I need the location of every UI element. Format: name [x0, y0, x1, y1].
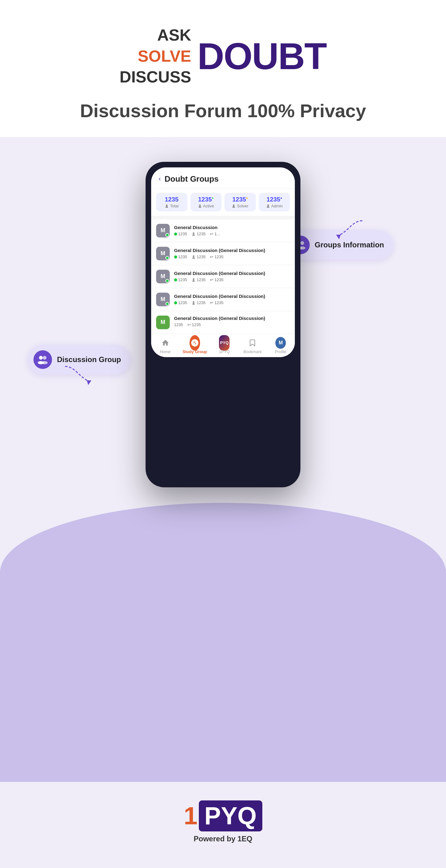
- group-stat-members: 1235: [174, 277, 187, 282]
- group-name: General Discussion (General Discussion): [174, 293, 290, 299]
- stat-active[interactable]: 1235 Active: [191, 193, 222, 211]
- group-name: General Discussion (General Discussion): [174, 248, 290, 253]
- main-content: Groups Information Discussion Group: [0, 137, 446, 782]
- list-item[interactable]: M General Discussion (General Discussion…: [151, 288, 295, 311]
- nav-pyq[interactable]: PYQ 1PYQ: [213, 338, 235, 354]
- group-stat-members: 1235: [174, 300, 187, 305]
- phone-screen: ‹ Doubt Groups 1235 Total 1235: [151, 167, 295, 357]
- stat-admin-number: 1235: [262, 196, 288, 203]
- group-stat-users: 1235: [192, 231, 206, 236]
- profile-icon: M: [275, 338, 286, 348]
- logo-number: 1: [184, 802, 198, 830]
- stat-admin-label: Admin: [262, 204, 288, 208]
- group-avatar: M: [156, 316, 170, 329]
- list-item[interactable]: M General Discussion 1235: [151, 219, 295, 242]
- home-icon: [160, 338, 171, 348]
- group-stat-replies: ↩ 1235: [210, 277, 224, 282]
- online-dot: [165, 233, 169, 237]
- green-circle-icon: [174, 301, 177, 304]
- nav-profile-label: Profile: [275, 349, 286, 354]
- svg-marker-9: [87, 380, 91, 385]
- group-avatar: M: [156, 247, 170, 260]
- group-info: General Discussion (General Discussion) …: [174, 316, 290, 327]
- discussion-group-label: Discussion Group: [57, 355, 121, 364]
- green-circle-icon: [174, 255, 177, 258]
- arrow-left-decoration: [59, 363, 96, 388]
- stat-active-number: 1235: [193, 196, 219, 203]
- group-stats: 1235 1235 ↩ 1235: [174, 300, 290, 305]
- powered-label: Powered by: [194, 835, 235, 843]
- nav-bookmark[interactable]: Bookmark: [242, 338, 263, 354]
- group-stat-replies: ↩ 1235: [210, 254, 224, 259]
- phone-mockup: Groups Information Discussion Group: [145, 162, 301, 487]
- group-stat-members: 1235: [174, 254, 187, 259]
- group-name: General Discussion (General Discussion): [174, 271, 290, 276]
- svg-point-1: [301, 241, 304, 245]
- group-stats: 1235 1235 ↩ 1235: [174, 254, 290, 259]
- footer: 1 PYQ Powered by 1EQ: [0, 782, 446, 868]
- group-stat-users: 1235: [192, 254, 206, 259]
- nav-home[interactable]: Home: [155, 338, 176, 354]
- tagline-doubt: DOUBT: [197, 37, 327, 75]
- green-circle-icon: [174, 278, 177, 281]
- svg-point-6: [43, 356, 46, 360]
- group-info: General Discussion (General Discussion) …: [174, 293, 290, 305]
- stat-solver[interactable]: 1235 Solver: [225, 193, 256, 211]
- group-info: General Discussion (General Discussion) …: [174, 271, 290, 282]
- online-dot: [165, 302, 169, 306]
- discussion-group-icon: [33, 350, 52, 369]
- online-dot: [165, 279, 169, 283]
- nav-pyq-label: 1PYQ: [219, 349, 230, 354]
- group-stats: 1235 ↩ 1235: [174, 322, 290, 327]
- list-item[interactable]: M General Discussion (General Discussion…: [151, 266, 295, 288]
- screen-title: Doubt Groups: [165, 174, 219, 184]
- nav-study-group-label: Study Group: [183, 349, 207, 354]
- pyq-icon: PYQ: [219, 338, 230, 348]
- powered-by: Powered by 1EQ: [194, 835, 252, 843]
- group-info: General Discussion (General Discussion) …: [174, 248, 290, 259]
- logo-1pyq: 1 PYQ: [184, 800, 262, 831]
- header-section: ASK SOLVE DISCUSS DOUBT Discussion Forum…: [0, 0, 446, 137]
- group-avatar: M: [156, 292, 170, 306]
- group-name: General Discussion: [174, 225, 290, 230]
- stat-solver-label: Solver: [227, 204, 253, 208]
- group-avatar: M: [156, 224, 170, 238]
- svg-point-5: [39, 356, 43, 360]
- group-stat-replies: ↩ 1235: [187, 322, 201, 327]
- powered-brand: 1EQ: [238, 835, 252, 843]
- list-item[interactable]: M General Discussion (General Discussion…: [151, 311, 295, 334]
- nav-study-group[interactable]: Study Group: [183, 338, 207, 354]
- stat-total[interactable]: 1235 Total: [156, 193, 187, 211]
- group-stat-users: 1235: [192, 277, 206, 282]
- bookmark-icon: [247, 338, 258, 348]
- list-item[interactable]: M General Discussion (General Discussion…: [151, 242, 295, 265]
- svg-point-8: [41, 361, 48, 364]
- stats-row: 1235 Total 1235 Active: [151, 188, 295, 216]
- bottom-navigation: Home Study Group PYQ: [151, 334, 295, 357]
- logo-pyq-text: PYQ: [199, 800, 262, 831]
- green-circle-icon: [174, 232, 177, 236]
- group-stat-replies: ↩ 1235: [210, 300, 224, 305]
- groups-list: M General Discussion 1235: [151, 219, 295, 334]
- nav-profile[interactable]: M Profile: [270, 338, 291, 354]
- svg-marker-4: [336, 235, 341, 239]
- stat-admin[interactable]: 1235 Admin: [259, 193, 290, 211]
- stat-active-label: Active: [193, 204, 219, 208]
- group-avatar: M: [156, 270, 170, 283]
- group-stat-members: 1235: [174, 231, 187, 236]
- group-stat-users: 1235: [192, 300, 206, 305]
- tagline-block: ASK SOLVE DISCUSS DOUBT: [119, 25, 327, 88]
- nav-home-label: Home: [160, 349, 171, 354]
- study-group-icon: [190, 338, 200, 348]
- back-button[interactable]: ‹: [159, 175, 161, 183]
- phone-device: ‹ Doubt Groups 1235 Total 1235: [145, 162, 301, 487]
- group-stat-replies: ↩ 1...: [210, 231, 220, 236]
- tagline-discuss: DISCUSS: [119, 67, 191, 88]
- nav-bookmark-label: Bookmark: [243, 349, 262, 354]
- arrow-right-decoration: [332, 218, 369, 242]
- stat-solver-number: 1235: [227, 196, 253, 203]
- stat-total-label: Total: [159, 204, 185, 208]
- tagline-ask: ASK: [119, 25, 191, 46]
- phone-header: ‹ Doubt Groups: [151, 167, 295, 188]
- online-dot: [165, 256, 169, 260]
